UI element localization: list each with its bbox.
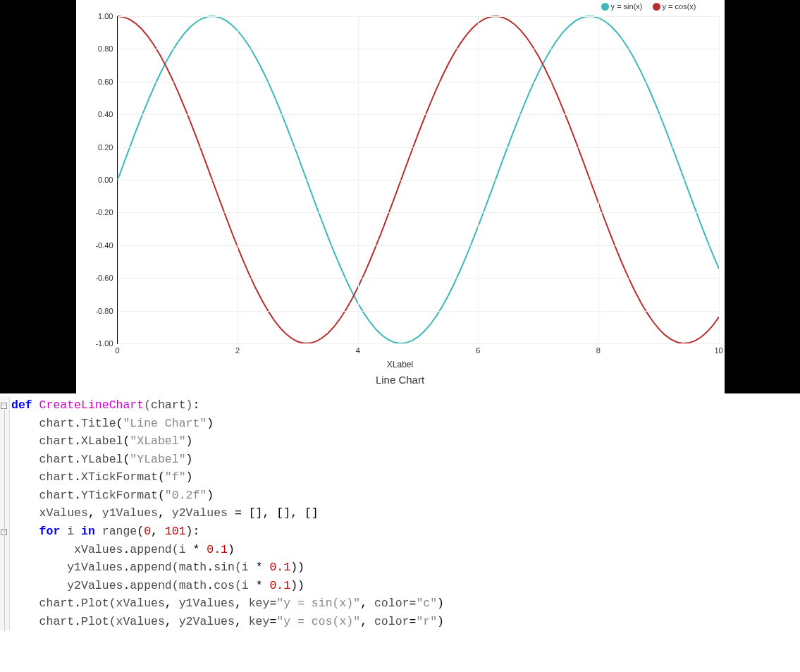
y-tick-label: -1.00: [95, 339, 117, 348]
x-tick-label: 6: [476, 343, 480, 355]
code-line: def CreateLineChart(chart):: [11, 396, 444, 415]
gridline-h: [118, 343, 719, 344]
gridline-h: [118, 278, 719, 279]
gridline-v: [719, 16, 720, 343]
x-tick-label: 10: [714, 343, 722, 355]
gridline-h: [118, 82, 719, 83]
legend: y = sin(x) y = cos(x): [601, 2, 696, 11]
gridline-h: [118, 180, 719, 181]
gridline-h: [118, 16, 719, 17]
y-tick-label: -0.20: [95, 208, 117, 216]
chart-panel: y = sin(x) y = cos(x) 1.000.800.600.400.…: [0, 0, 800, 393]
y-tick-label: 0.40: [98, 110, 117, 118]
code-line: for i in range(0, 101):: [11, 523, 444, 541]
code-line: chart.Plot(xValues, y2Values, key="y = c…: [11, 613, 444, 631]
legend-item-sin: y = sin(x): [601, 2, 643, 11]
gridline-h: [118, 245, 719, 246]
gridline-h: [118, 147, 719, 148]
gridline-h: [118, 311, 719, 312]
gridline-h: [118, 49, 719, 49]
code-line: chart.YTickFormat("0.2f"): [11, 487, 444, 505]
gridline-v: [478, 16, 479, 343]
x-tick-label: 2: [235, 343, 240, 355]
y-tick-label: 0.60: [98, 78, 117, 86]
code-line: chart.XLabel("XLabel"): [11, 432, 444, 451]
code-line: y1Values.append(math.sin(i * 0.1)): [11, 558, 444, 577]
x-tick-label: 0: [115, 343, 119, 355]
fold-minus-icon[interactable]: −: [1, 403, 7, 409]
legend-item-cos: y = cos(x): [653, 2, 696, 11]
y-tick-label: 0.00: [98, 176, 117, 184]
code-line: xValues, y1Values, y2Values = [], [], []: [11, 504, 444, 523]
legend-label: y = sin(x): [611, 2, 643, 11]
circle-icon: [601, 3, 609, 11]
code-line: chart.XTickFormat("f"): [11, 468, 444, 487]
y-tick-label: -0.40: [95, 241, 117, 250]
y-tick-label: 0.20: [98, 143, 117, 152]
circle-icon: [653, 3, 660, 11]
chart-title: Line Chart: [82, 374, 719, 386]
y-tick-label: 0.80: [98, 44, 117, 53]
code-line: y2Values.append(math.cos(i * 0.1)): [11, 577, 444, 595]
x-tick-label: 4: [356, 343, 360, 355]
code-line: xValues.append(i * 0.1): [11, 541, 444, 559]
y-tick-label: -0.60: [95, 274, 117, 282]
x-tick-label: 8: [596, 343, 601, 355]
y-tick-label: 1.00: [98, 12, 117, 20]
gridline-v: [358, 16, 359, 343]
code-editor: −− def CreateLineChart(chart): chart.Tit…: [0, 393, 800, 637]
code-line: chart.YLabel("YLabel"): [11, 451, 444, 469]
fold-guide: [4, 410, 5, 631]
x-axis-label: XLabel: [82, 360, 719, 369]
gridline-v: [118, 16, 118, 343]
y-tick-label: -0.80: [95, 307, 117, 315]
gridline-v: [598, 16, 599, 343]
legend-label: y = cos(x): [663, 2, 696, 11]
fold-gutter: −−: [0, 396, 10, 630]
gridline-h: [118, 114, 719, 115]
gridline-v: [238, 16, 238, 343]
chart-container: y = sin(x) y = cos(x) 1.000.800.600.400.…: [76, 0, 725, 393]
gridline-h: [118, 212, 719, 213]
code-line: chart.Plot(xValues, y1Values, key="y = s…: [11, 594, 444, 613]
plot-area: 1.000.800.600.400.200.00-0.20-0.40-0.60-…: [117, 16, 719, 344]
code-content: def CreateLineChart(chart): chart.Title(…: [10, 396, 444, 630]
code-line: chart.Title("Line Chart"): [11, 415, 444, 433]
